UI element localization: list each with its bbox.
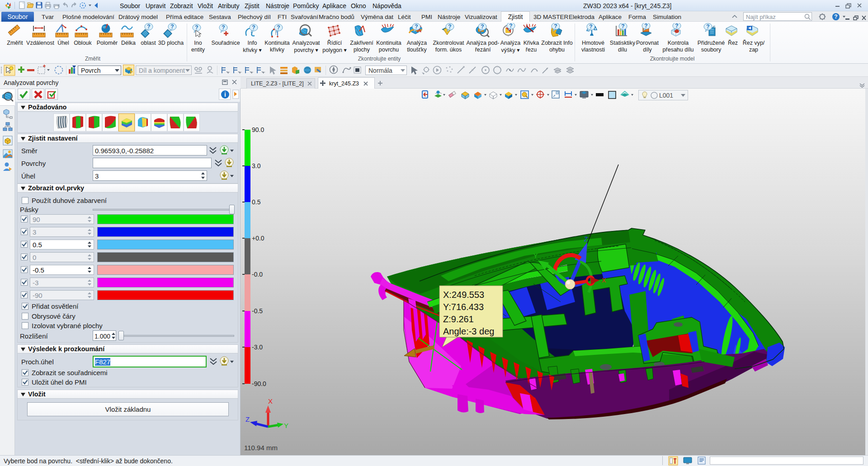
svg-text:Y: Y [533,252,538,259]
svg-text:Angle:-3 deg: Angle:-3 deg [443,326,494,336]
svg-text:Y: Y [284,422,288,429]
svg-text:X: X [268,397,273,405]
svg-text:X: X [602,277,606,284]
svg-text:?: ? [834,14,837,20]
svg-text:Z:9.261: Z:9.261 [443,314,474,324]
svg-text:i: i [224,91,226,98]
svg-text:Z: Z [584,235,588,243]
svg-text:X:249.553: X:249.553 [443,290,484,300]
svg-text:Z: Z [245,415,250,423]
svg-text:Y:716.433: Y:716.433 [443,302,484,312]
